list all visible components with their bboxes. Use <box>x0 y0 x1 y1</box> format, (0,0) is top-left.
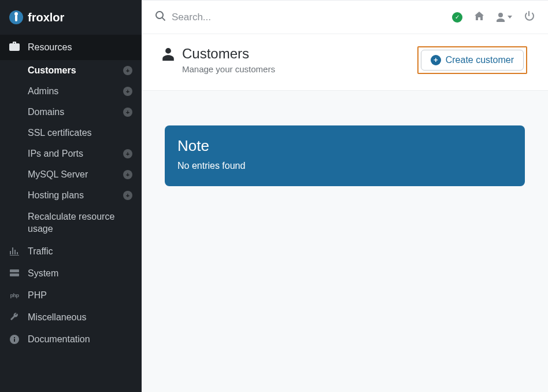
plus-circle-icon[interactable]: + <box>123 108 132 117</box>
server-icon <box>9 269 20 278</box>
page-content: Note No entries found <box>142 91 548 221</box>
sidebar-item-label: Recalculate resource usage <box>28 211 132 235</box>
briefcase-icon <box>9 42 20 53</box>
status-ok-icon[interactable]: ✓ <box>452 12 462 23</box>
info-icon <box>9 335 20 344</box>
sidebar-item-label: Traffic <box>28 246 53 257</box>
note-message: No entries found <box>177 161 512 171</box>
plus-circle-icon: + <box>431 55 441 65</box>
brand-logo[interactable]: froxlor <box>0 0 142 35</box>
sidebar-item-hosting-plans[interactable]: Hosting plans + <box>0 185 142 206</box>
page-subtitle: Manage your customers <box>182 64 275 74</box>
note-title: Note <box>177 137 512 155</box>
search-wrap <box>155 11 444 24</box>
sidebar-item-customers[interactable]: Customers + <box>0 60 142 81</box>
sidebar-item-documentation[interactable]: Documentation <box>0 328 142 350</box>
sidebar-item-traffic[interactable]: Traffic <box>0 241 142 262</box>
topbar-actions: ✓ <box>452 11 534 24</box>
create-customer-label: Create customer <box>446 55 514 65</box>
sidebar-item-domains[interactable]: Domains + <box>0 102 142 123</box>
page-title: Customers <box>182 46 275 62</box>
sidebar-item-label: Miscellaneous <box>28 312 86 323</box>
search-icon <box>155 11 166 24</box>
search-input[interactable] <box>172 12 444 23</box>
main-area: ✓ Customers Manage your customers <box>142 0 548 392</box>
sidebar-section-resources[interactable]: Resources <box>0 35 142 60</box>
power-icon[interactable] <box>524 11 534 24</box>
php-icon: php <box>9 293 20 298</box>
brand-name: froxlor <box>28 11 64 24</box>
sidebar-item-recalculate[interactable]: Recalculate resource usage <box>0 206 142 241</box>
sidebar-item-label: SSL certificates <box>28 128 92 138</box>
user-menu[interactable] <box>496 13 512 22</box>
page-header: Customers Manage your customers + Create… <box>142 34 548 91</box>
sidebar-item-label: Admins <box>28 86 58 97</box>
sidebar: froxlor Resources Customers + Admins + D… <box>0 0 142 392</box>
create-customer-highlight: + Create customer <box>417 46 527 74</box>
plus-circle-icon[interactable]: + <box>123 149 132 158</box>
user-icon <box>162 48 174 63</box>
sidebar-item-label: PHP <box>28 290 47 301</box>
svg-rect-4 <box>14 337 15 338</box>
sidebar-item-label: System <box>28 268 58 279</box>
sidebar-item-ips-ports[interactable]: IPs and Ports + <box>0 143 142 164</box>
home-icon[interactable] <box>474 11 484 24</box>
chart-icon <box>9 247 20 256</box>
sidebar-item-label: Documentation <box>28 334 90 345</box>
sidebar-item-label: MySQL Server <box>28 169 88 180</box>
user-icon <box>496 13 505 22</box>
sidebar-item-mysql-server[interactable]: MySQL Server + <box>0 164 142 185</box>
plus-circle-icon[interactable]: + <box>123 170 132 179</box>
sidebar-item-php[interactable]: php PHP <box>0 284 142 306</box>
wrench-logo-icon <box>9 10 23 24</box>
sidebar-item-label: Customers <box>28 65 76 76</box>
create-customer-button[interactable]: + Create customer <box>421 50 524 71</box>
sidebar-item-system[interactable]: System <box>0 262 142 284</box>
sidebar-section-label: Resources <box>28 42 72 53</box>
plus-circle-icon[interactable]: + <box>123 66 132 75</box>
wrench-icon <box>9 313 20 322</box>
svg-rect-0 <box>10 269 19 272</box>
topbar: ✓ <box>142 1 548 34</box>
sidebar-item-label: Hosting plans <box>28 190 84 201</box>
svg-rect-3 <box>14 339 15 342</box>
sidebar-item-ssl-certificates[interactable]: SSL certificates <box>0 123 142 143</box>
note-box: Note No entries found <box>165 125 525 186</box>
sidebar-item-misc[interactable]: Miscellaneous <box>0 306 142 328</box>
sidebar-item-label: Domains <box>28 107 64 117</box>
plus-circle-icon[interactable]: + <box>123 191 132 200</box>
sidebar-item-label: IPs and Ports <box>28 149 83 159</box>
svg-rect-1 <box>10 273 19 276</box>
chevron-down-icon <box>508 16 512 19</box>
plus-circle-icon[interactable]: + <box>123 87 132 96</box>
sidebar-item-admins[interactable]: Admins + <box>0 81 142 102</box>
